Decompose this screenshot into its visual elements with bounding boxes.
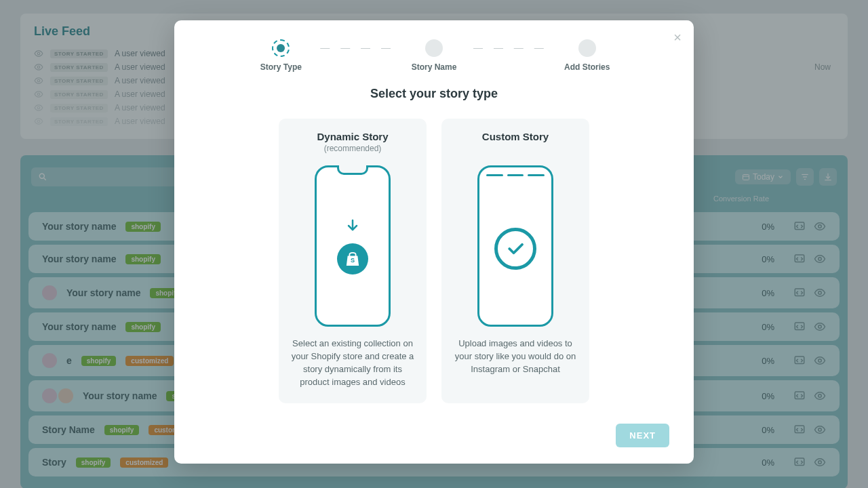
svg-text:S: S xyxy=(351,258,355,264)
card-description: Upload images and videos to your story l… xyxy=(454,338,577,376)
card-title: Custom Story xyxy=(454,131,577,142)
step-story-name[interactable]: Story Name xyxy=(400,39,468,72)
card-description: Select an existing collection on your Sh… xyxy=(291,338,414,388)
step-dot-icon xyxy=(272,39,290,57)
step-dot-icon xyxy=(578,39,596,57)
card-title: Dynamic Story xyxy=(291,131,414,142)
step-dot-icon xyxy=(425,39,443,57)
phone-illustration: S xyxy=(315,165,391,327)
arrow-down-icon xyxy=(344,218,361,234)
phone-illustration xyxy=(477,165,553,327)
check-circle-icon xyxy=(494,228,536,270)
next-button[interactable]: NEXT xyxy=(616,424,669,447)
step-story-type[interactable]: Story Type xyxy=(247,39,315,72)
create-story-modal: × Story Type — — — — Story Name — — — — … xyxy=(174,20,694,464)
shopify-bag-icon: S xyxy=(337,243,368,274)
option-dynamic-story[interactable]: Dynamic Story (recommended) S Select an … xyxy=(279,119,427,403)
step-add-stories[interactable]: Add Stories xyxy=(553,39,621,72)
modal-title: Select your story type xyxy=(199,87,669,101)
card-subtitle: (recommended) xyxy=(291,144,414,153)
close-icon: × xyxy=(673,30,682,45)
close-button[interactable]: × xyxy=(673,30,682,45)
option-custom-story[interactable]: Custom Story Upload images and videos to… xyxy=(441,119,589,403)
stepper: Story Type — — — — Story Name — — — — Ad… xyxy=(199,39,669,72)
